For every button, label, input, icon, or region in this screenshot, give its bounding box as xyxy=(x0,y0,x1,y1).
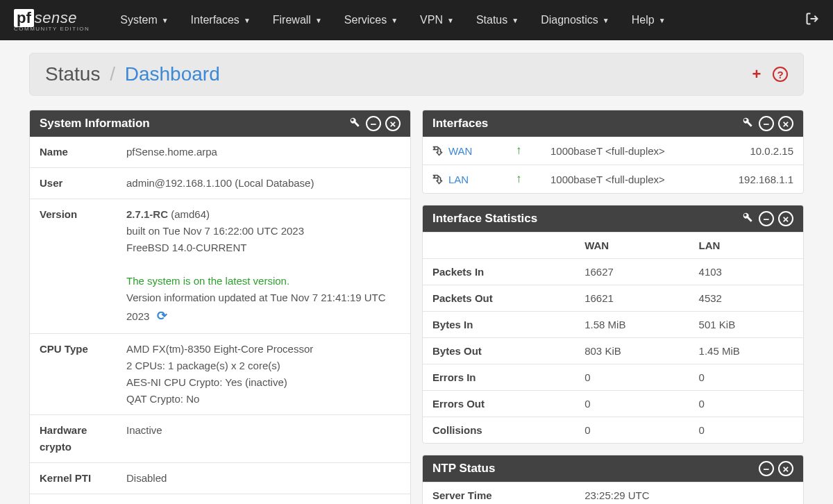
interfaces-panel: Interfaces − × ⮷WAN ↑ 1000baseT <full-du… xyxy=(422,110,804,194)
chevron-down-icon: ▼ xyxy=(603,17,609,24)
interface-ip: 10.0.2.15 xyxy=(709,137,803,165)
logo-sense: sense xyxy=(35,9,77,27)
interface-lan-link[interactable]: LAN xyxy=(448,174,469,185)
label-user: User xyxy=(30,168,117,199)
close-icon[interactable]: × xyxy=(778,461,793,476)
nav-status[interactable]: Status▼ xyxy=(466,8,528,32)
chevron-down-icon: ▼ xyxy=(512,17,519,24)
nav-diagnostics[interactable]: Diagnostics▼ xyxy=(531,8,619,32)
table-row: NamepfSense.home.arpa xyxy=(30,137,410,168)
network-icon: ⮷ xyxy=(432,174,443,185)
close-icon[interactable]: × xyxy=(385,116,401,131)
network-icon: ⮷ xyxy=(432,145,443,157)
panel-title: System Information xyxy=(40,117,349,131)
minimize-icon[interactable]: − xyxy=(759,461,774,476)
brand-logo[interactable]: pfsense COMMUNITY EDITION xyxy=(14,9,90,32)
breadcrumb-separator: / xyxy=(110,63,115,85)
chevron-down-icon: ▼ xyxy=(315,17,322,24)
interface-wan-link[interactable]: WAN xyxy=(448,145,472,157)
ntp-status-panel: NTP Status − × Server Time23:25:29 UTC xyxy=(422,455,804,504)
breadcrumb: Status / Dashboard + ? xyxy=(29,53,804,96)
table-row: Useradmin@192.168.1.100 (Local Database) xyxy=(30,168,410,199)
label-cpu: CPU Type xyxy=(30,333,117,414)
label-mds: MDS Mitigation xyxy=(30,494,117,504)
logo-pf: pf xyxy=(14,9,34,27)
interface-row: ⮷LAN ↑ 1000baseT <full-duplex> 192.168.1… xyxy=(423,165,803,194)
nav-menu: System▼ Interfaces▼ Firewall▼ Services▼ … xyxy=(110,8,805,32)
panel-title: Interfaces xyxy=(432,117,742,131)
panel-title: NTP Status xyxy=(432,462,759,476)
chevron-down-icon: ▼ xyxy=(244,17,251,24)
table-row: MDS MitigationInactive xyxy=(30,494,410,504)
table-row: Errors In00 xyxy=(423,364,803,391)
minimize-icon[interactable]: − xyxy=(759,211,774,226)
interface-stats-panel: Interface Statistics − × WAN LAN Packets… xyxy=(422,205,804,444)
top-navbar: pfsense COMMUNITY EDITION System▼ Interf… xyxy=(0,0,833,40)
panel-title: Interface Statistics xyxy=(432,212,742,226)
value-hwcrypto: Inactive xyxy=(117,414,410,462)
refresh-icon[interactable]: ⟳ xyxy=(157,306,167,326)
interface-media: 1000baseT <full-duplex> xyxy=(541,137,709,165)
chevron-down-icon: ▼ xyxy=(162,17,169,24)
value-pti: Disabled xyxy=(117,462,410,494)
help-icon[interactable]: ? xyxy=(773,67,788,82)
table-row: Collisions00 xyxy=(423,417,803,444)
wrench-icon[interactable] xyxy=(742,117,753,131)
table-row: Bytes Out803 KiB1.45 MiB xyxy=(423,338,803,364)
table-row: Bytes In1.58 MiB501 KiB xyxy=(423,312,803,338)
logo-subtitle: COMMUNITY EDITION xyxy=(14,26,90,32)
stats-header-row: WAN LAN xyxy=(423,233,803,259)
breadcrumb-current[interactable]: Dashboard xyxy=(125,63,220,85)
table-row: Server Time23:25:29 UTC xyxy=(423,482,803,505)
wrench-icon[interactable] xyxy=(349,117,360,131)
table-row: CPU Type AMD FX(tm)-8350 Eight-Core Proc… xyxy=(30,333,410,414)
table-row: Version 2.7.1-RC (amd64) built on Tue No… xyxy=(30,199,410,334)
nav-system[interactable]: System▼ xyxy=(110,8,178,32)
label-version: Version xyxy=(30,199,117,334)
chevron-down-icon: ▼ xyxy=(659,17,666,24)
label-name: Name xyxy=(30,137,117,168)
table-row: Kernel PTIDisabled xyxy=(30,462,410,494)
breadcrumb-root[interactable]: Status xyxy=(45,63,100,85)
label-hwcrypto: Hardware crypto xyxy=(30,414,117,462)
table-row: Packets Out166214532 xyxy=(423,285,803,312)
nav-vpn[interactable]: VPN▼ xyxy=(410,8,464,32)
table-row: Errors Out00 xyxy=(423,391,803,417)
close-icon[interactable]: × xyxy=(778,211,793,226)
minimize-icon[interactable]: − xyxy=(366,116,381,131)
value-cpu: AMD FX(tm)-8350 Eight-Core Processor 2 C… xyxy=(117,333,410,414)
arrow-up-icon: ↑ xyxy=(516,144,522,157)
logout-icon[interactable] xyxy=(805,12,819,29)
value-user: admin@192.168.1.100 (Local Database) xyxy=(117,168,410,199)
add-widget-icon[interactable]: + xyxy=(749,67,764,82)
nav-help[interactable]: Help▼ xyxy=(622,8,675,32)
chevron-down-icon: ▼ xyxy=(447,17,454,24)
col-wan: WAN xyxy=(575,233,689,259)
minimize-icon[interactable]: − xyxy=(759,116,774,131)
chevron-down-icon: ▼ xyxy=(391,17,398,24)
value-name: pfSense.home.arpa xyxy=(117,137,410,168)
table-row: Hardware cryptoInactive xyxy=(30,414,410,462)
nav-firewall[interactable]: Firewall▼ xyxy=(263,8,332,32)
ntp-server-time: 23:25:29 UTC xyxy=(575,482,803,505)
close-icon[interactable]: × xyxy=(778,116,793,131)
col-lan: LAN xyxy=(689,233,803,259)
nav-services[interactable]: Services▼ xyxy=(335,8,407,32)
value-version: 2.7.1-RC (amd64) built on Tue Nov 7 16:2… xyxy=(117,199,410,334)
value-mds: Inactive xyxy=(117,494,410,504)
system-information-panel: System Information − × NamepfSense.home.… xyxy=(29,110,411,504)
interface-ip: 192.168.1.1 xyxy=(709,165,803,194)
interface-row: ⮷WAN ↑ 1000baseT <full-duplex> 10.0.2.15 xyxy=(423,137,803,165)
interface-media: 1000baseT <full-duplex> xyxy=(541,165,709,194)
label-pti: Kernel PTI xyxy=(30,462,117,494)
arrow-up-icon: ↑ xyxy=(516,172,522,185)
table-row: Packets In166274103 xyxy=(423,259,803,285)
wrench-icon[interactable] xyxy=(742,212,753,226)
nav-interfaces[interactable]: Interfaces▼ xyxy=(181,8,260,32)
